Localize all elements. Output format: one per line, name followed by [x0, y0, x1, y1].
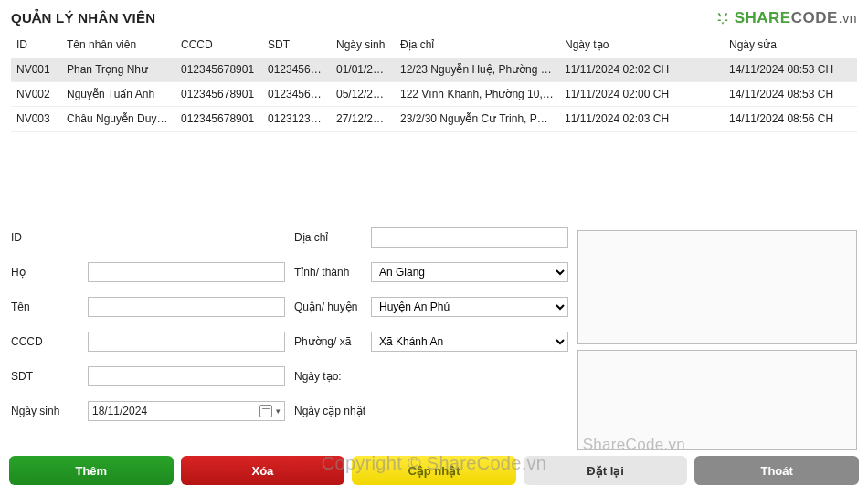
label-ho: Họ	[11, 266, 88, 279]
cell-updated: 14/11/2024 08:53 CH	[724, 58, 857, 82]
cell-cccd: 012345678901	[175, 82, 262, 107]
datlai-button[interactable]: Đặt lại	[524, 456, 688, 485]
cccd-input[interactable]	[88, 332, 285, 352]
col-header-dob[interactable]: Ngày sinh	[331, 33, 395, 58]
sdt-input[interactable]	[88, 366, 285, 386]
cell-created: 11/11/2024 02:00 CH	[559, 82, 724, 107]
cell-sdt: 0123456789	[262, 58, 331, 82]
chevron-down-icon: ▾	[276, 406, 281, 416]
cell-created: 11/11/2024 02:03 CH	[559, 107, 724, 132]
col-header-cccd[interactable]: CCCD	[175, 33, 262, 58]
label-id: ID	[11, 231, 88, 244]
cell-id: NV001	[11, 58, 61, 82]
table-header-row: ID Tên nhân viên CCCD SDT Ngày sinh Địa …	[11, 33, 857, 58]
label-tinh: Tỉnh/ thành	[294, 266, 371, 279]
cell-updated: 14/11/2024 08:53 CH	[724, 82, 857, 107]
ten-input[interactable]	[88, 297, 285, 317]
label-diachi: Địa chỉ	[294, 231, 371, 244]
col-header-created[interactable]: Ngày tạo	[559, 33, 724, 58]
tinh-select[interactable]: An Giang	[371, 262, 568, 282]
diachi-input[interactable]	[371, 227, 568, 248]
label-ngaysinh: Ngày sinh	[11, 405, 88, 417]
page-title: QUẢN LÝ NHÂN VIÊN	[11, 10, 155, 26]
phuong-select[interactable]: Xã Khánh An	[371, 332, 568, 352]
col-header-id[interactable]: ID	[11, 33, 61, 58]
capnhat-button[interactable]: Cập nhật	[352, 456, 516, 485]
thoat-button[interactable]: Thoát	[694, 456, 859, 485]
cell-sdt: 0123456789	[262, 82, 331, 107]
them-button[interactable]: Thêm	[9, 456, 174, 485]
cell-name: Phan Trọng Như	[61, 58, 175, 82]
cell-addr: 12/23 Nguyễn Huệ, Phường Bến Nghé, Q...	[395, 58, 559, 82]
cell-dob: 27/12/2002	[331, 107, 395, 132]
cell-name: Châu Nguyễn Duy Quân	[61, 107, 175, 132]
employee-table[interactable]: ID Tên nhân viên CCCD SDT Ngày sinh Địa …	[11, 33, 857, 199]
cell-dob: 01/01/2002	[331, 58, 395, 82]
preview-panel-upper	[577, 230, 857, 344]
label-phuong: Phường/ xã	[294, 335, 371, 348]
cell-cccd: 012345678901	[175, 58, 262, 82]
cell-id: NV002	[11, 82, 61, 107]
label-sdt: SDT	[11, 370, 88, 383]
cell-sdt: 0123123123	[262, 107, 331, 132]
quan-select[interactable]: Huyện An Phú	[371, 297, 568, 317]
col-header-updated[interactable]: Ngày sửa	[724, 33, 857, 58]
col-header-addr[interactable]: Địa chỉ	[395, 33, 559, 58]
cell-cccd: 012345678901	[175, 107, 262, 132]
cell-dob: 05/12/2002	[331, 82, 395, 107]
cell-name: Nguyễn Tuấn Anh	[61, 82, 175, 107]
xoa-button[interactable]: Xóa	[181, 456, 345, 485]
cell-id: NV003	[11, 107, 61, 132]
col-header-sdt[interactable]: SDT	[262, 33, 331, 58]
cell-addr: 23/2/30 Nguyễn Cư Trinh, Phường Phạm ...	[395, 107, 559, 132]
table-row[interactable]: NV002Nguyễn Tuấn Anh01234567890101234567…	[11, 82, 857, 107]
logo: SHARECODE.vn	[715, 9, 857, 27]
label-cccd: CCCD	[11, 335, 88, 348]
cell-created: 11/11/2024 02:02 CH	[559, 58, 724, 82]
cell-addr: 122 Vĩnh Khánh, Phường 10, Quận 4, Thà..…	[395, 82, 559, 107]
ngaysinh-datepicker[interactable]: 18/11/2024 ▾	[88, 401, 285, 421]
preview-panel-lower	[577, 350, 857, 450]
recycle-icon	[715, 10, 731, 26]
label-ngaytao: Ngày tạo:	[294, 370, 342, 383]
cell-updated: 14/11/2024 08:56 CH	[724, 107, 857, 132]
table-row[interactable]: NV003Châu Nguyễn Duy Quân012345678901012…	[11, 107, 857, 132]
label-quan: Quận/ huyện	[294, 301, 371, 313]
ho-input[interactable]	[88, 262, 285, 282]
table-row[interactable]: NV001Phan Trọng Như012345678901012345678…	[11, 58, 857, 82]
label-ngaycapnhat: Ngày cập nhật	[294, 405, 365, 417]
col-header-name[interactable]: Tên nhân viên	[61, 33, 175, 58]
calendar-icon	[259, 405, 272, 417]
label-ten: Tên	[11, 301, 88, 313]
